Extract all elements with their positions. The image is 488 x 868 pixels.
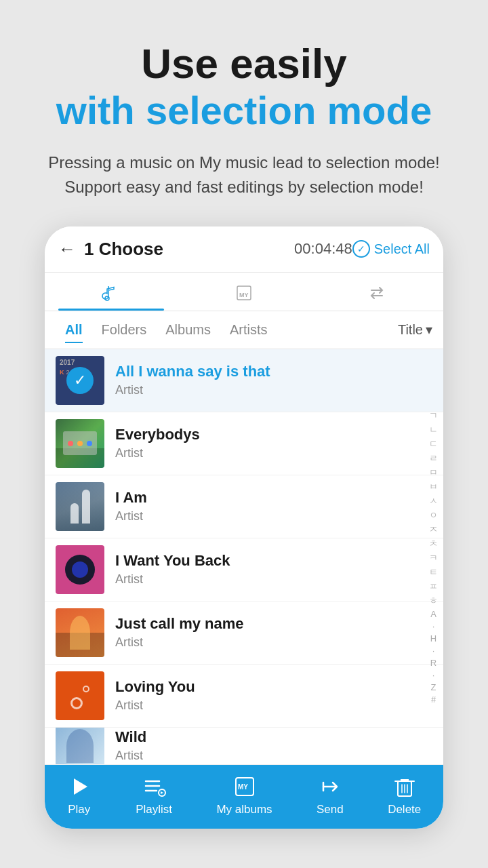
alpha-Z[interactable]: Z — [426, 682, 441, 693]
alpha-j[interactable]: ㅈ — [426, 523, 441, 536]
filter-all[interactable]: All — [56, 317, 92, 343]
song-artist-4: Artist — [115, 572, 432, 587]
alpha-n[interactable]: ㄴ — [426, 423, 441, 437]
tab-my-music[interactable]: MY — [178, 273, 310, 311]
send-button[interactable]: Send — [317, 774, 344, 816]
send-label: Send — [317, 803, 344, 816]
filter-artists[interactable]: Artists — [220, 317, 277, 343]
alpha-dot2: · — [426, 645, 441, 656]
nav-title: 1 Choose — [84, 239, 287, 260]
alpha-hash[interactable]: # — [426, 694, 441, 705]
select-all-label: Select All — [374, 241, 430, 257]
app-screen: ← 1 Choose 00:04:48 ✓ Select All MY — [45, 226, 443, 829]
back-button[interactable]: ← — [58, 239, 76, 260]
song-title-1: All I wanna say is that — [115, 363, 432, 380]
promo-description: Pressing a music on My music lead to sel… — [48, 151, 440, 199]
alpha-dot3: · — [426, 669, 441, 681]
song-title-6: Loving You — [115, 678, 432, 696]
song-artist-7: Artist — [115, 749, 432, 763]
song-artist-1: Artist — [115, 383, 432, 397]
song-artist-3: Artist — [115, 509, 432, 524]
alpha-g[interactable]: ㄱ — [426, 409, 441, 422]
alpha-ng[interactable]: ㅇ — [426, 509, 441, 522]
delete-button[interactable]: Delete — [388, 774, 421, 816]
my-albums-button[interactable]: MY My albums — [216, 774, 272, 816]
delete-icon — [392, 774, 417, 799]
alpha-k[interactable]: ㅋ — [426, 551, 441, 565]
song-item-6[interactable]: Loving You Artist — [45, 665, 443, 728]
song-check-1: ✓ — [56, 356, 104, 405]
my-albums-label: My albums — [216, 803, 272, 816]
tab-music-note[interactable] — [45, 273, 178, 311]
alpha-dot1: · — [426, 620, 441, 632]
promo-section: Use easily with selection mode Pressing … — [21, 0, 467, 213]
alpha-H[interactable]: H — [426, 633, 441, 644]
alpha-b[interactable]: ㅂ — [426, 480, 441, 494]
filter-albums[interactable]: Albums — [156, 317, 220, 343]
my-music-icon: MY — [233, 282, 255, 304]
select-all-button[interactable]: ✓ Select All — [352, 240, 430, 258]
alpha-s[interactable]: ㅅ — [426, 494, 441, 508]
alpha-p[interactable]: ㅍ — [426, 580, 441, 593]
app-header: ← 1 Choose 00:04:48 ✓ Select All — [45, 226, 443, 273]
promo-title: Use easily — [48, 41, 440, 87]
song-item-5[interactable]: Just call my name Artist — [45, 601, 443, 665]
arrows-icon — [366, 282, 388, 304]
svg-marker-3 — [74, 778, 87, 795]
svg-text:MY: MY — [239, 292, 249, 298]
song-item-2[interactable]: Everybodys Artist — [45, 412, 443, 475]
song-item-3[interactable]: I Am Artist — [45, 475, 443, 538]
song-list: 2017 K 2 Z 1 ✓ All I wann — [45, 349, 443, 765]
send-icon — [318, 774, 342, 799]
song-info-4: I Want You Back Artist — [115, 552, 432, 587]
song-artist-6: Artist — [115, 698, 432, 713]
alpha-m[interactable]: ㅁ — [426, 466, 441, 479]
song-title-4: I Want You Back — [115, 552, 432, 570]
song-info-7: Wild Artist — [115, 728, 432, 763]
song-list-container: 2017 K 2 Z 1 ✓ All I wann — [45, 349, 443, 765]
sort-button[interactable]: Title ▾ — [398, 321, 432, 338]
alpha-t[interactable]: ㅌ — [426, 566, 441, 579]
play-icon — [67, 774, 92, 799]
song-thumb-3 — [56, 482, 104, 531]
song-thumb-5 — [56, 608, 104, 657]
song-title-7: Wild — [115, 728, 432, 746]
filter-folders[interactable]: Folders — [92, 317, 157, 343]
tab-arrows[interactable] — [310, 273, 443, 311]
alpha-d[interactable]: ㄷ — [426, 437, 441, 451]
song-title-2: Everybodys — [115, 426, 432, 443]
music-note-icon — [100, 282, 122, 304]
alphabet-sidebar: ㄱ ㄴ ㄷ ㄹ ㅁ ㅂ ㅅ ㅇ ㅈ ㅊ ㅋ ㅌ ㅍ ㅎ A · H · R · — [426, 349, 441, 765]
alpha-A[interactable]: A — [426, 608, 441, 620]
song-info-6: Loving You Artist — [115, 678, 432, 713]
phone-mockup: ← 1 Choose 00:04:48 ✓ Select All MY — [45, 226, 443, 829]
playlist-button[interactable]: Playlist — [136, 774, 172, 816]
song-thumb-6 — [56, 671, 104, 720]
delete-label: Delete — [388, 803, 421, 816]
promo-subtitle: with selection mode — [48, 87, 440, 134]
song-thumb-2 — [56, 419, 104, 468]
song-info-5: Just call my name Artist — [115, 615, 432, 650]
alpha-ch[interactable]: ㅊ — [426, 537, 441, 551]
song-item-1[interactable]: 2017 K 2 Z 1 ✓ All I wann — [45, 349, 443, 412]
svg-text:MY: MY — [238, 783, 248, 791]
song-thumb-7 — [56, 728, 104, 765]
alpha-R[interactable]: R — [426, 657, 441, 669]
alpha-h[interactable]: ㅎ — [426, 594, 441, 608]
song-item-7[interactable]: Wild Artist — [45, 728, 443, 765]
song-info-2: Everybodys Artist — [115, 426, 432, 460]
song-item-4[interactable]: I Want You Back Artist — [45, 538, 443, 601]
filter-bar: All Folders Albums Artists Title ▾ — [45, 311, 443, 349]
select-all-check-icon: ✓ — [352, 240, 370, 258]
song-title-3: I Am — [115, 489, 432, 507]
playlist-icon — [142, 774, 166, 799]
song-thumb-4 — [56, 545, 104, 594]
song-title-5: Just call my name — [115, 615, 432, 633]
play-button[interactable]: Play — [67, 774, 92, 816]
chevron-down-icon: ▾ — [426, 321, 432, 338]
my-albums-icon: MY — [232, 774, 257, 799]
action-bar: Play Playlist MY My albums — [45, 765, 443, 829]
playlist-label: Playlist — [136, 803, 172, 816]
song-artist-2: Artist — [115, 446, 432, 460]
alpha-r[interactable]: ㄹ — [426, 452, 441, 465]
